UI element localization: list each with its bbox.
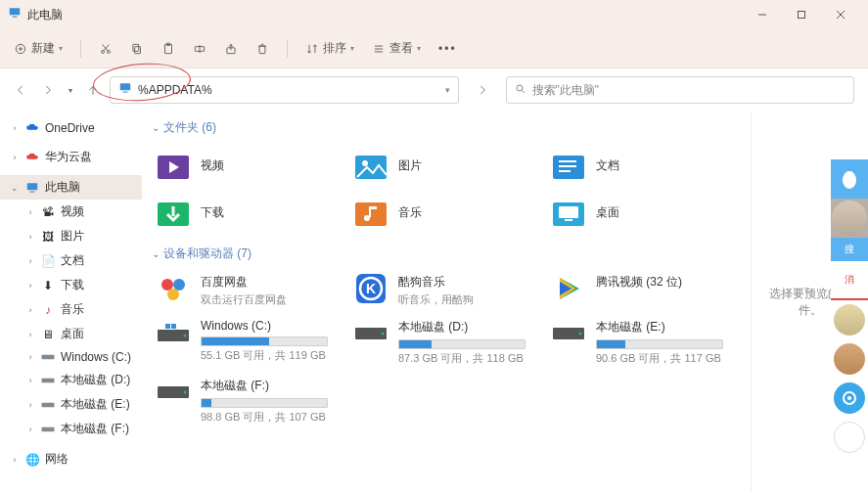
drive-tencent[interactable]: 腾讯视频 (32 位) xyxy=(547,270,721,311)
forward-button[interactable] xyxy=(41,83,55,97)
rename-button[interactable] xyxy=(193,42,206,56)
dock-tab-messages[interactable]: 消 xyxy=(831,261,868,300)
drive-icon xyxy=(156,378,191,407)
drive-icon xyxy=(353,319,388,348)
cloud-icon xyxy=(25,151,39,164)
drive-icon xyxy=(41,398,55,412)
search-box[interactable]: 搜索"此电脑" xyxy=(506,76,855,104)
tree-videos[interactable]: ›📽视频 xyxy=(0,200,142,224)
minimize-button[interactable] xyxy=(743,0,782,29)
pc-icon xyxy=(8,6,22,23)
tree-onedrive[interactable]: ›OneDrive xyxy=(0,117,142,139)
tree-huawei[interactable]: ›华为云盘 xyxy=(0,145,142,169)
svg-rect-31 xyxy=(123,92,128,93)
folder-videos[interactable]: 视频 xyxy=(152,144,326,187)
tree-winc[interactable]: ›Windows (C:) xyxy=(0,346,142,368)
dock-search[interactable]: 搜 xyxy=(831,238,868,261)
svg-point-73 xyxy=(382,333,385,335)
tree-documents[interactable]: ›📄文档 xyxy=(0,248,142,273)
paste-button[interactable] xyxy=(161,42,175,56)
dock-qq-icon[interactable] xyxy=(831,159,868,199)
delete-button[interactable] xyxy=(255,42,269,56)
pc-icon xyxy=(118,81,132,99)
toolbar: 新建 ▾ 排序 ▾ 查看 ▾ ••• xyxy=(0,29,868,68)
maximize-button[interactable] xyxy=(782,0,821,29)
tree-thispc[interactable]: ⌄此电脑 xyxy=(0,175,142,200)
tree-music[interactable]: ›♪音乐 xyxy=(0,297,142,322)
drive-winc[interactable]: Windows (C:)55.1 GB 可用，共 119 GB xyxy=(152,315,326,370)
drive-icon xyxy=(41,423,55,436)
document-icon: 📄 xyxy=(41,254,55,268)
video-icon: 📽 xyxy=(41,205,55,219)
view-button[interactable]: 查看 ▾ xyxy=(372,40,421,57)
section-folders[interactable]: ⌄文件夹 (6) xyxy=(152,119,741,136)
chevron-down-icon[interactable]: ▾ xyxy=(445,85,450,95)
sidebar: ›OneDrive ›华为云盘 ⌄此电脑 ›📽视频 ›🖼图片 ›📄文档 ›⬇下载… xyxy=(0,112,142,492)
folder-desktop[interactable]: 桌面 xyxy=(547,191,721,234)
tree-downloads[interactable]: ›⬇下载 xyxy=(0,273,142,297)
tree-diske[interactable]: ›本地磁盘 (E:) xyxy=(0,392,142,417)
svg-point-77 xyxy=(184,391,187,394)
pc-icon xyxy=(25,181,39,195)
section-drives[interactable]: ⌄设备和驱动器 (7) xyxy=(152,246,741,262)
svg-rect-46 xyxy=(559,160,576,162)
dock-contact-1[interactable] xyxy=(831,300,868,339)
music-folder-icon xyxy=(353,195,388,230)
dock-contact-3[interactable] xyxy=(831,379,868,418)
sort-button[interactable]: 排序 ▾ xyxy=(305,40,354,57)
svg-point-59 xyxy=(173,279,185,291)
address-bar[interactable]: ▾ xyxy=(110,76,459,104)
close-button[interactable] xyxy=(821,0,860,29)
copy-button[interactable] xyxy=(130,42,144,56)
folder-pictures[interactable]: 图片 xyxy=(349,144,524,187)
drive-kugou[interactable]: K 酷狗音乐听音乐，用酷狗 xyxy=(349,270,524,311)
refresh-go-button[interactable] xyxy=(469,76,496,104)
tree-diskf[interactable]: ›本地磁盘 (F:) xyxy=(0,417,142,441)
tree-diskd[interactable]: ›本地磁盘 (D:) xyxy=(0,368,142,392)
drive-diskf[interactable]: 本地磁盘 (F:)98.8 GB 可用，共 107 GB xyxy=(152,374,326,428)
cut-button[interactable] xyxy=(99,42,113,56)
folder-downloads[interactable]: 下载 xyxy=(152,191,326,234)
picture-folder-icon xyxy=(353,148,388,183)
svg-rect-35 xyxy=(30,191,35,192)
svg-rect-54 xyxy=(369,206,377,209)
tree-pictures[interactable]: ›🖼图片 xyxy=(0,224,142,248)
svg-rect-13 xyxy=(135,46,141,53)
drive-usage-bar xyxy=(201,336,328,346)
folder-documents[interactable]: 文档 xyxy=(547,144,721,187)
svg-rect-39 xyxy=(42,402,55,407)
dock-contact-2[interactable] xyxy=(831,339,868,379)
svg-point-44 xyxy=(362,160,368,166)
svg-point-60 xyxy=(167,289,179,300)
tree-network[interactable]: ›🌐网络 xyxy=(0,447,142,471)
svg-point-81 xyxy=(847,396,851,400)
svg-point-58 xyxy=(161,279,173,291)
drive-diskd[interactable]: 本地磁盘 (D:)87.3 GB 可用，共 118 GB xyxy=(349,315,524,370)
share-button[interactable] xyxy=(224,42,238,56)
up-button[interactable] xyxy=(86,83,100,97)
tree-desktop[interactable]: ›🖥桌面 xyxy=(0,322,142,346)
svg-rect-21 xyxy=(259,46,265,54)
svg-point-32 xyxy=(517,85,523,91)
svg-rect-30 xyxy=(120,83,131,90)
back-button[interactable] xyxy=(14,83,27,97)
divider xyxy=(80,40,81,58)
address-input[interactable] xyxy=(138,83,439,97)
svg-rect-47 xyxy=(559,165,576,167)
desktop-icon: 🖥 xyxy=(41,328,55,341)
dock-avatar[interactable] xyxy=(831,199,868,238)
drive-baidu[interactable]: 百度网盘双击运行百度网盘 xyxy=(152,270,326,311)
folder-music[interactable]: 音乐 xyxy=(349,191,524,234)
svg-point-79 xyxy=(845,171,854,181)
dock-contact-4[interactable] xyxy=(831,418,868,457)
search-placeholder: 搜索"此电脑" xyxy=(532,82,600,99)
window-title: 此电脑 xyxy=(27,7,63,23)
drive-usage-bar xyxy=(398,339,525,349)
svg-point-75 xyxy=(579,333,582,335)
new-button[interactable]: 新建 ▾ xyxy=(14,40,63,57)
new-label: 新建 xyxy=(31,40,55,57)
divider xyxy=(287,40,288,58)
more-button[interactable]: ••• xyxy=(438,42,457,56)
drive-diske[interactable]: 本地磁盘 (E:)90.6 GB 可用，共 117 GB xyxy=(547,315,721,370)
recent-dropdown[interactable]: ▾ xyxy=(69,86,72,95)
